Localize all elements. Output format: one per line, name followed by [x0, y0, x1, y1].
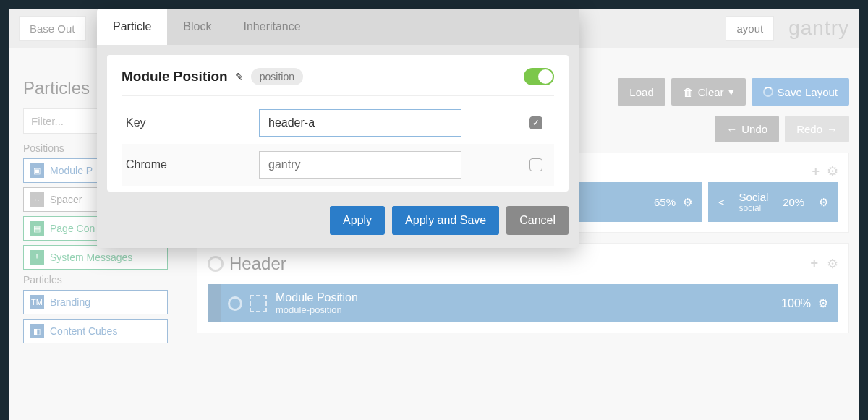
- section-title-header: Header: [208, 254, 286, 274]
- module-icon: [250, 295, 267, 312]
- spacer-icon: ↔: [30, 192, 44, 207]
- type-badge: position: [251, 68, 303, 85]
- key-override-checkbox[interactable]: ✓: [529, 116, 542, 129]
- chevron-down-icon: [728, 85, 734, 98]
- sidebar-item-system-messages[interactable]: !System Messages: [23, 245, 168, 270]
- apply-and-save-button[interactable]: Apply and Save: [392, 206, 499, 235]
- drag-handle[interactable]: [208, 284, 221, 322]
- arrow-left-icon: [726, 123, 737, 135]
- tab-particle[interactable]: Particle: [97, 9, 167, 45]
- clear-button[interactable]: Clear: [671, 78, 746, 106]
- chrome-input[interactable]: [259, 151, 461, 179]
- trash-icon: [683, 86, 694, 98]
- add-icon[interactable]: [812, 164, 820, 179]
- outline-dropdown[interactable]: Base Out: [19, 16, 86, 41]
- tab-block[interactable]: Block: [167, 9, 227, 45]
- modal-title: Module Position: [122, 69, 228, 85]
- enable-toggle[interactable]: [524, 68, 554, 85]
- chrome-override-checkbox[interactable]: [529, 158, 542, 171]
- circle-icon: [228, 296, 242, 311]
- block-social[interactable]: < Social social 20%: [708, 182, 838, 222]
- share-icon: <: [718, 196, 725, 208]
- sidebar-item-content-cubes[interactable]: ◧Content Cubes: [23, 319, 168, 343]
- gear-icon[interactable]: [827, 256, 838, 272]
- gear-icon[interactable]: [827, 163, 838, 179]
- gear-icon[interactable]: [819, 196, 828, 209]
- alert-icon: !: [30, 250, 44, 265]
- apply-button[interactable]: Apply: [330, 206, 385, 235]
- chrome-label: Chrome: [122, 158, 259, 171]
- undo-button[interactable]: Undo: [715, 116, 779, 142]
- tab-inheritance[interactable]: Inheritance: [227, 9, 316, 45]
- cancel-button[interactable]: Cancel: [506, 206, 569, 235]
- key-input[interactable]: [259, 109, 461, 137]
- brand-logo: gantry: [788, 17, 849, 40]
- particle-settings-modal: Particle Block Inheritance Module Positi…: [97, 9, 579, 248]
- gear-icon[interactable]: [683, 196, 692, 209]
- add-icon[interactable]: [810, 256, 818, 272]
- gear-icon[interactable]: [818, 296, 828, 310]
- cube-icon: ◧: [30, 324, 44, 338]
- group-particles: Particles: [23, 274, 168, 286]
- load-button[interactable]: Load: [618, 78, 665, 106]
- redo-button[interactable]: Redo: [785, 116, 849, 142]
- pencil-icon[interactable]: ✎: [235, 71, 244, 82]
- sidebar-item-branding[interactable]: TMBranding: [23, 290, 168, 314]
- module-position-block[interactable]: Module Position module-position 100%: [208, 284, 838, 322]
- circle-icon: [208, 256, 224, 272]
- layout-tab[interactable]: ayout: [726, 16, 774, 41]
- spinner-icon: [763, 87, 773, 97]
- page-icon: ▤: [30, 221, 44, 236]
- arrow-right-icon: [827, 123, 838, 135]
- module-icon: ▣: [30, 163, 44, 178]
- save-layout-button[interactable]: Save Layout: [752, 78, 849, 106]
- branding-icon: TM: [30, 295, 44, 309]
- key-label: Key: [122, 116, 259, 129]
